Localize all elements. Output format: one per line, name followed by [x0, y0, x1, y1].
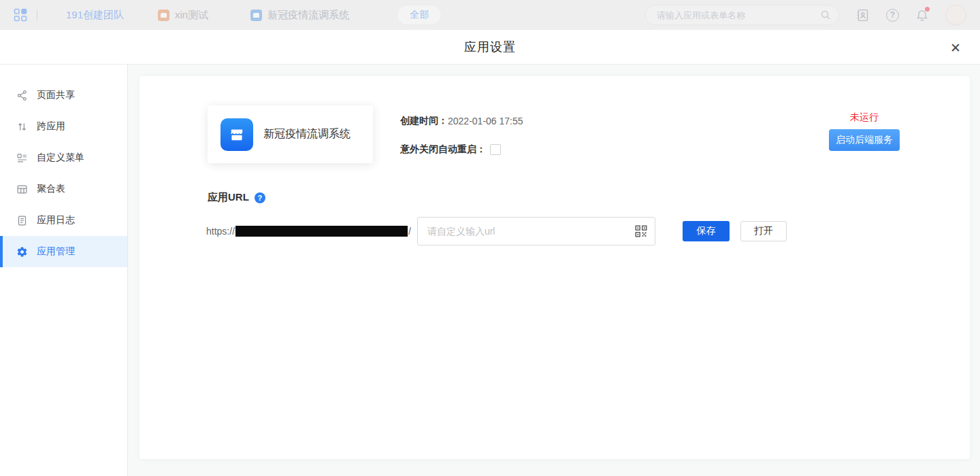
sidebar-item-label: 跨应用	[37, 120, 65, 133]
aggregate-table-icon	[16, 184, 28, 195]
auto-restart-checkbox[interactable]	[490, 144, 501, 155]
backend-status-block: 未运行 启动后端服务	[829, 112, 900, 151]
app-info-card: 新冠疫情流调系统	[208, 105, 373, 163]
page-title: 应用设置	[464, 39, 516, 55]
global-search	[645, 5, 839, 25]
save-button[interactable]: 保存	[683, 221, 730, 241]
qr-code-icon[interactable]	[635, 225, 647, 240]
app-log-icon	[16, 215, 28, 226]
search-input[interactable]	[645, 5, 839, 25]
url-slash: /	[408, 226, 411, 237]
user-avatar[interactable]	[945, 5, 966, 26]
app-management-panel: 新冠疫情流调系统 创建时间： 2022-01-06 17:55 意外关闭自动重启…	[140, 76, 970, 459]
sidebar-item-label: 应用管理	[37, 245, 75, 258]
gear-icon	[16, 246, 28, 258]
start-backend-button[interactable]: 启动后端服务	[829, 129, 900, 151]
share-icon	[16, 90, 28, 101]
sidebar-item-app-log[interactable]: 应用日志	[0, 205, 127, 236]
tab-app-covid-label: 新冠疫情流调系统	[267, 9, 349, 22]
created-time-row: 创建时间： 2022-01-06 17:55	[400, 115, 523, 127]
app-url-row: https:// /	[206, 217, 787, 245]
sidebar-item-custom-menu[interactable]: 自定义菜单	[0, 142, 127, 173]
sidebar-item-label: 页面共享	[37, 89, 75, 101]
close-icon[interactable]: ✕	[947, 39, 964, 56]
settings-dialog-header: 应用设置 ✕	[0, 30, 980, 65]
sidebar-item-label: 应用日志	[37, 214, 75, 226]
created-time-label: 创建时间：	[400, 115, 448, 127]
sidebar-item-cross-app[interactable]: 跨应用	[0, 111, 127, 142]
app-url-section-header: 应用URL ?	[208, 191, 265, 204]
status-badge: 未运行	[829, 112, 900, 124]
all-apps-button[interactable]: 全部	[397, 5, 442, 25]
apps-grid-icon[interactable]	[14, 8, 27, 22]
redacted-url-domain	[235, 226, 408, 237]
sidebar-item-app-management[interactable]: 应用管理	[0, 236, 127, 267]
notifications-bell-icon[interactable]	[915, 8, 929, 22]
tab-app-xin[interactable]: xin测试	[158, 9, 208, 22]
app-icon-orange	[158, 10, 169, 21]
search-icon	[820, 10, 831, 23]
tab-app-xin-label: xin测试	[175, 9, 208, 22]
help-icon[interactable]: ?	[886, 9, 899, 22]
app-store-icon	[220, 118, 253, 151]
contacts-icon[interactable]	[855, 8, 870, 22]
sidebar-item-page-share[interactable]: 页面共享	[0, 80, 127, 111]
auto-restart-row: 意外关闭自动重启：	[400, 143, 501, 156]
app-icon-blue	[250, 10, 262, 21]
created-time-value: 2022-01-06 17:55	[448, 116, 523, 126]
app-name: 新冠疫情流调系统	[263, 127, 350, 141]
app-url-label: 应用URL	[208, 191, 249, 204]
tab-team[interactable]: 191创建团队	[66, 9, 124, 22]
topbar-divider	[37, 10, 37, 20]
tab-app-covid[interactable]: 新冠疫情流调系统	[250, 9, 349, 22]
url-protocol: https://	[206, 226, 235, 237]
custom-url-field	[417, 217, 655, 245]
settings-sidebar: 页面共享 跨应用 自定义菜单 聚合表	[0, 65, 128, 476]
custom-url-input[interactable]	[417, 217, 655, 245]
notification-badge	[925, 7, 930, 12]
auto-restart-label: 意外关闭自动重启：	[400, 143, 486, 156]
custom-menu-icon	[16, 152, 28, 164]
sidebar-item-label: 聚合表	[37, 183, 65, 195]
sidebar-item-label: 自定义菜单	[37, 152, 84, 164]
top-app-bar: 191创建团队 xin测试 新冠疫情流调系统 全部	[0, 0, 980, 30]
open-button[interactable]: 打开	[740, 221, 787, 241]
cross-app-icon	[16, 121, 28, 133]
sidebar-item-aggregate-table[interactable]: 聚合表	[0, 173, 127, 205]
help-circle-icon[interactable]: ?	[255, 192, 265, 203]
